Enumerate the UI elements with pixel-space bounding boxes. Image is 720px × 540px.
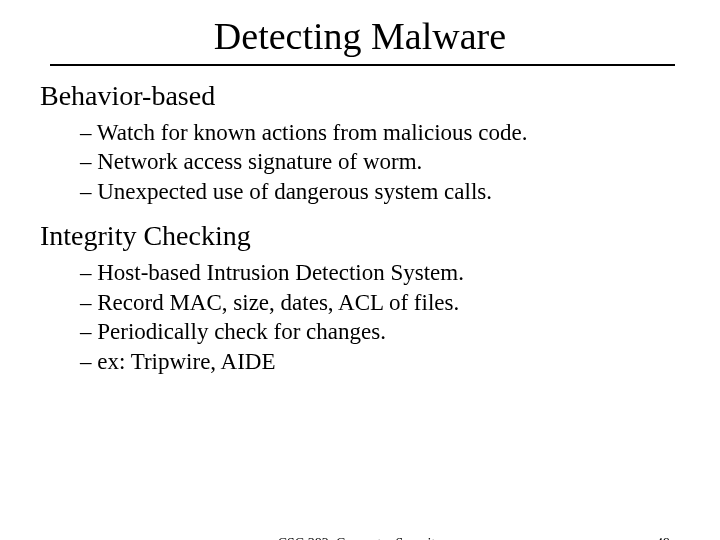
list-item: Record MAC, size, dates, ACL of files. xyxy=(80,288,680,317)
slide-title: Detecting Malware xyxy=(0,14,720,58)
section-heading-integrity: Integrity Checking xyxy=(40,220,680,252)
content-area: Behavior-based Watch for known actions f… xyxy=(40,80,680,376)
list-item: ex: Tripwire, AIDE xyxy=(80,347,680,376)
list-item: Network access signature of worm. xyxy=(80,147,680,176)
list-item: Unexpected use of dangerous system calls… xyxy=(80,177,680,206)
bullet-list-behavior: Watch for known actions from malicious c… xyxy=(40,118,680,206)
bullet-list-integrity: Host-based Intrusion Detection System. R… xyxy=(40,258,680,376)
footer-course: CSC 382: Computer Security xyxy=(0,536,720,540)
slide: Detecting Malware Behavior-based Watch f… xyxy=(0,14,720,540)
title-underline xyxy=(50,64,675,66)
footer-page-number: 49 xyxy=(656,536,670,540)
list-item: Watch for known actions from malicious c… xyxy=(80,118,680,147)
list-item: Host-based Intrusion Detection System. xyxy=(80,258,680,287)
section-heading-behavior: Behavior-based xyxy=(40,80,680,112)
list-item: Periodically check for changes. xyxy=(80,317,680,346)
